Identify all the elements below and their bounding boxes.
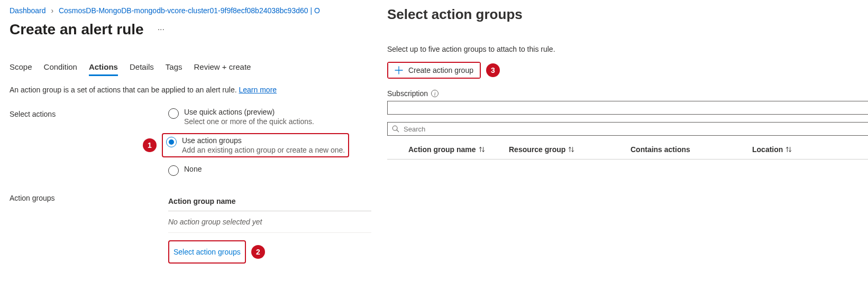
breadcrumb-resource-link[interactable]: CosmosDB-MongoDB-mongodb-vcore-cluster01… (59, 6, 320, 15)
select-actions-radio-group: Use quick actions (preview) Select one o… (168, 108, 371, 176)
panel-title: Select action groups (387, 6, 868, 23)
col-resource-group[interactable]: Resource group (509, 145, 631, 154)
subscription-input[interactable] (387, 101, 868, 115)
radio-use-action-groups-circle (166, 137, 177, 147)
radio-use-action-groups-title: Use action groups (182, 136, 345, 145)
radio-none[interactable]: None (168, 165, 371, 176)
col-action-group-name-label: Action group name (408, 145, 476, 154)
sort-icon (478, 146, 486, 153)
action-group-name-col: Action group name (168, 192, 371, 211)
plus-icon (395, 66, 403, 74)
sort-icon (785, 146, 792, 153)
tab-details[interactable]: Details (130, 59, 154, 76)
action-group-empty-state: No action group selected yet (168, 211, 371, 233)
info-icon[interactable]: i (431, 90, 438, 97)
page-title-row: Create an alert rule ··· (10, 21, 371, 38)
tabs: Scope Condition Actions Details Tags Rev… (10, 59, 371, 76)
tab-actions[interactable]: Actions (89, 59, 118, 76)
grid-header: Action group name Resource group Contain… (387, 145, 868, 159)
breadcrumb: Dashboard › CosmosDB-MongoDB-mongodb-vco… (10, 6, 371, 15)
select-action-groups-panel: Select action groups Select up to five a… (387, 0, 868, 159)
callout-2-wrap: Select action groups 2 (168, 240, 371, 264)
breadcrumb-separator: › (51, 6, 53, 15)
callout-box-2: Select action groups (168, 240, 246, 264)
subscription-row: Subscription i (387, 89, 868, 98)
more-actions-button[interactable]: ··· (154, 23, 168, 36)
col-action-group-name[interactable]: Action group name (387, 145, 509, 154)
actions-description-text: An action group is a set of actions that… (10, 86, 239, 94)
subscription-label: Subscription (387, 89, 428, 98)
radio-none-title: None (184, 165, 202, 173)
tab-condition[interactable]: Condition (44, 59, 77, 76)
page-title: Create an alert rule (10, 21, 144, 38)
col-location-label: Location (752, 145, 783, 154)
sort-icon (568, 146, 575, 153)
tab-scope[interactable]: Scope (10, 59, 32, 76)
col-location[interactable]: Location (752, 145, 847, 154)
create-action-group-label: Create action group (408, 66, 473, 74)
callout-1-wrap: 1 Use action groups Add an existing acti… (143, 133, 371, 157)
radio-use-action-groups-sub: Add an existing action group or create a… (182, 146, 345, 154)
radio-quick-actions-title: Use quick actions (preview) (184, 108, 314, 116)
radio-quick-actions-sub: Select one or more of the quick actions. (184, 117, 314, 126)
col-contains-actions-label: Contains actions (631, 145, 690, 154)
main-pane: Dashboard › CosmosDB-MongoDB-mongodb-vco… (0, 0, 381, 286)
search-input[interactable] (404, 125, 864, 133)
action-groups-label: Action groups (10, 192, 168, 202)
callout-box-1: Use action groups Add an existing action… (162, 133, 349, 157)
breadcrumb-dashboard-link[interactable]: Dashboard (10, 6, 46, 15)
select-action-groups-link[interactable]: Select action groups (173, 242, 241, 261)
radio-quick-actions-circle (168, 108, 179, 119)
radio-quick-actions[interactable]: Use quick actions (preview) Select one o… (168, 108, 371, 126)
tab-tags[interactable]: Tags (166, 59, 182, 76)
callout-badge-2: 2 (251, 245, 265, 259)
actions-description: An action group is a set of actions that… (10, 86, 371, 94)
radio-selected-dot (169, 139, 174, 145)
callout-box-3: Create action group (387, 62, 481, 79)
search-icon (392, 125, 399, 133)
col-contains-actions[interactable]: Contains actions (631, 145, 752, 154)
col-resource-group-label: Resource group (509, 145, 565, 154)
select-actions-section: Select actions Use quick actions (previe… (10, 108, 371, 176)
callout-badge-3: 3 (486, 63, 500, 77)
callout-3-wrap: Create action group 3 (387, 62, 868, 79)
panel-description: Select up to five action groups to attac… (387, 45, 868, 53)
search-container (387, 122, 868, 136)
radio-use-action-groups[interactable]: Use action groups Add an existing action… (166, 136, 345, 154)
create-action-group-button[interactable]: Create action group (388, 63, 480, 78)
learn-more-link[interactable]: Learn more (239, 86, 277, 94)
svg-line-1 (397, 130, 399, 132)
select-actions-label: Select actions (10, 108, 168, 118)
action-groups-section: Action groups Action group name No actio… (10, 192, 371, 264)
radio-none-circle (168, 165, 179, 176)
callout-badge-1: 1 (143, 138, 157, 152)
tab-review-create[interactable]: Review + create (194, 59, 251, 76)
